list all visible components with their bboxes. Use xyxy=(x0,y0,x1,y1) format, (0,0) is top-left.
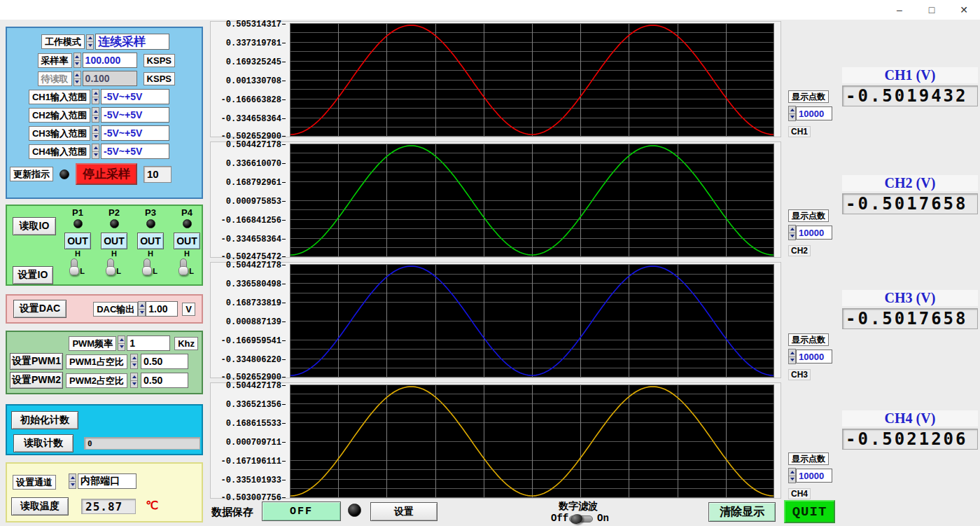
toggle-knob[interactable] xyxy=(178,266,188,275)
spin-up-icon[interactable] xyxy=(118,336,125,344)
pwm1-duty-input[interactable]: 0.50 xyxy=(141,354,188,369)
ch2-points-input[interactable]: 10000 xyxy=(796,226,832,240)
spin-down-icon[interactable] xyxy=(92,116,99,123)
data-save-toggle-button[interactable]: OFF xyxy=(262,501,341,521)
toggle-knob[interactable] xyxy=(142,266,152,275)
spin-up-icon[interactable] xyxy=(87,35,93,43)
init-counter-button[interactable]: 初始化计数 xyxy=(11,411,78,429)
spin-up-icon[interactable] xyxy=(92,108,99,116)
spin-down-icon[interactable] xyxy=(69,482,76,489)
y-tick: 0.337319781 xyxy=(226,39,281,48)
save-settings-button[interactable]: 设置 xyxy=(370,502,438,521)
hl-toggle-p4[interactable] xyxy=(180,258,187,275)
spin-up-icon[interactable] xyxy=(139,302,145,310)
read-io-button[interactable]: 读取IO xyxy=(13,217,56,235)
spin-up-icon[interactable] xyxy=(789,106,795,114)
out-button-p4[interactable]: OUT xyxy=(174,233,200,249)
ch1-points-spinner[interactable] xyxy=(788,106,796,121)
out-button-p3[interactable]: OUT xyxy=(137,233,164,249)
spin-down-icon[interactable] xyxy=(789,357,795,364)
ch1-points-input[interactable]: 10000 xyxy=(796,106,832,120)
hl-toggle-p3[interactable] xyxy=(144,258,150,275)
ch1-range-spinner[interactable] xyxy=(92,89,99,104)
spin-up-icon[interactable] xyxy=(69,474,76,482)
dac-spinner[interactable] xyxy=(138,301,146,317)
ch4-points-input[interactable]: 10000 xyxy=(796,469,832,483)
stop-sampling-button[interactable]: 停止采样 xyxy=(76,163,137,185)
ch4-range-value[interactable]: -5V~+5V xyxy=(101,144,169,159)
set-io-button[interactable]: 设置IO xyxy=(13,266,53,284)
ch2-range-spinner[interactable] xyxy=(92,107,99,123)
pwm-freq-input[interactable]: 1 xyxy=(127,335,170,351)
set-pwm2-button[interactable]: 设置PWM2 xyxy=(10,372,63,389)
ch3-range-value[interactable]: -5V~+5V xyxy=(101,125,169,141)
spin-up-icon[interactable] xyxy=(789,226,795,233)
channel-select-value[interactable]: 内部端口 xyxy=(78,473,136,489)
slider-knob[interactable] xyxy=(570,513,584,525)
ch3-points-spinner[interactable] xyxy=(788,349,796,364)
spin-down-icon[interactable] xyxy=(789,476,795,483)
ch1-range-value[interactable]: -5V~+5V xyxy=(101,89,169,104)
ch3-range-spinner[interactable] xyxy=(92,125,99,141)
sample-rate-input[interactable]: 100.000 xyxy=(83,53,137,68)
toggle-knob[interactable] xyxy=(106,266,115,275)
spin-down-icon[interactable] xyxy=(139,310,145,317)
spin-up-icon[interactable] xyxy=(131,354,137,362)
waveform-plot-ch3 xyxy=(290,264,774,378)
read-counter-button[interactable]: 读取计数 xyxy=(13,434,74,452)
pwm-freq-spinner[interactable] xyxy=(118,335,125,351)
spin-up-icon[interactable] xyxy=(92,90,99,97)
set-dac-button[interactable]: 设置DAC xyxy=(13,300,66,318)
spin-down-icon[interactable] xyxy=(92,134,99,141)
tick-mark xyxy=(282,265,286,265)
high-label: H xyxy=(75,249,80,258)
ch4-points-spinner[interactable] xyxy=(788,468,796,483)
spin-down-icon[interactable] xyxy=(92,152,99,159)
spin-down-icon[interactable] xyxy=(74,61,80,68)
spin-up-icon[interactable] xyxy=(74,53,80,61)
spin-up-icon[interactable] xyxy=(131,373,137,381)
read-temperature-button[interactable]: 读取温度 xyxy=(11,497,69,515)
tick-mark xyxy=(282,81,286,81)
io-port-column-p3: P3 OUT H L xyxy=(133,207,168,275)
quit-button[interactable]: QUIT xyxy=(784,500,835,523)
spin-down-icon[interactable] xyxy=(92,97,99,104)
work-mode-spinner[interactable] xyxy=(86,34,94,50)
channel-select-spinner[interactable] xyxy=(69,473,76,489)
ch4-range-spinner[interactable] xyxy=(92,144,99,159)
spin-up-icon[interactable] xyxy=(92,144,99,152)
out-button-p2[interactable]: OUT xyxy=(101,233,127,249)
work-mode-value[interactable]: 连续采样 xyxy=(95,34,169,50)
ch3-points-input[interactable]: 10000 xyxy=(796,349,832,364)
spin-down-icon[interactable] xyxy=(131,381,137,388)
toggle-knob[interactable] xyxy=(69,266,79,275)
window-controls: – □ ✕ xyxy=(883,0,980,20)
spin-down-icon[interactable] xyxy=(789,233,795,240)
spin-up-icon[interactable] xyxy=(92,126,99,134)
spin-up-icon[interactable] xyxy=(789,349,795,357)
ch2-range-value[interactable]: -5V~+5V xyxy=(101,107,169,123)
spin-down-icon[interactable] xyxy=(131,362,137,369)
clear-display-button[interactable]: 清除显示 xyxy=(708,502,776,522)
spin-down-icon[interactable] xyxy=(789,114,795,121)
spin-down-icon[interactable] xyxy=(118,344,125,351)
digital-filter-slider[interactable] xyxy=(569,515,593,522)
hl-toggle-p1[interactable] xyxy=(71,258,78,275)
dac-value-input[interactable]: 1.00 xyxy=(146,301,178,317)
tick-mark xyxy=(282,182,286,183)
minimize-icon[interactable]: – xyxy=(883,0,916,20)
spin-up-icon[interactable] xyxy=(789,469,795,476)
maximize-icon[interactable]: □ xyxy=(916,0,948,20)
ch2-points-spinner[interactable] xyxy=(788,225,796,240)
y-tick: -0.166663828 xyxy=(221,95,281,105)
hl-toggle-p2[interactable] xyxy=(107,258,114,275)
spin-down-icon[interactable] xyxy=(87,42,93,49)
set-pwm1-button[interactable]: 设置PWM1 xyxy=(10,353,63,370)
io-port-column-p2: P2 OUT H L xyxy=(97,207,132,275)
out-button-p1[interactable]: OUT xyxy=(64,233,91,249)
pwm2-duty-spinner[interactable] xyxy=(130,373,138,388)
sample-rate-spinner[interactable] xyxy=(74,53,81,68)
close-icon[interactable]: ✕ xyxy=(948,0,980,20)
pwm2-duty-input[interactable]: 0.50 xyxy=(141,373,188,388)
pwm1-duty-spinner[interactable] xyxy=(130,354,138,369)
